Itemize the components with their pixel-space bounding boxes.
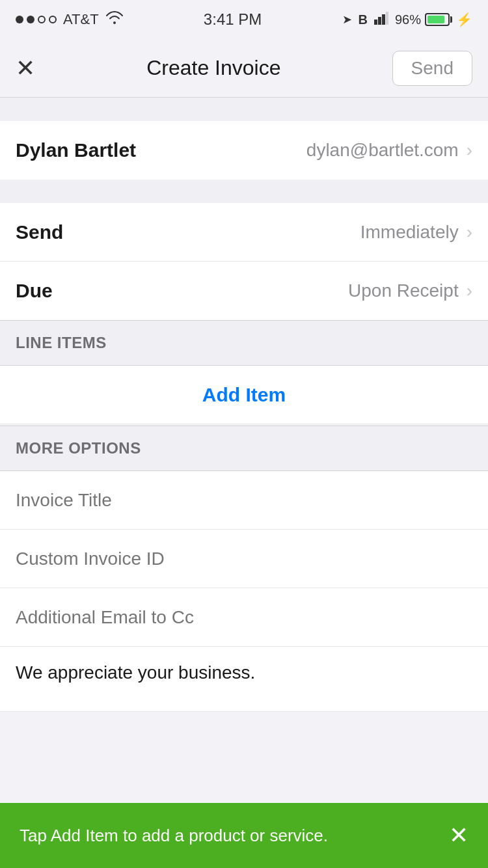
battery-fill (427, 16, 444, 23)
due-value-container: Upon Receipt › (348, 280, 472, 301)
recipient-chevron-icon: › (467, 140, 472, 161)
send-row[interactable]: Send Immediately › (0, 203, 488, 262)
top-section-gap (0, 98, 488, 121)
status-left: AT&T (16, 10, 124, 29)
battery-percentage: 96% (395, 12, 421, 27)
location-icon: ➤ (342, 12, 352, 27)
toast-message: Tap Add Item to add a product or service… (20, 826, 328, 846)
send-value-container: Immediately › (360, 222, 472, 243)
notes-text: We appreciate your business. (16, 662, 255, 683)
signal-dots (16, 16, 57, 23)
status-bar: AT&T 3:41 PM ➤ B 96% (0, 0, 488, 39)
signal-bars-icon (374, 12, 388, 28)
status-right: ➤ B 96% ⚡ (342, 12, 472, 28)
wifi-icon (105, 10, 124, 29)
svg-rect-1 (378, 17, 381, 25)
invoice-title-input[interactable] (16, 490, 472, 511)
close-button[interactable]: ✕ (16, 57, 35, 80)
signal-dot-4 (49, 16, 57, 23)
line-items-header: LINE ITEMS (0, 320, 488, 366)
signal-dot-2 (27, 16, 34, 23)
recipient-section: Dylan Bartlet dylan@bartlet.com › (0, 121, 488, 180)
svg-rect-3 (386, 12, 388, 25)
page-title: Create Invoice (146, 56, 280, 80)
status-time: 3:41 PM (204, 10, 262, 29)
recipient-name: Dylan Bartlet (16, 139, 136, 161)
due-label: Due (16, 280, 53, 302)
notes-row[interactable]: We appreciate your business. (0, 647, 488, 712)
recipient-row[interactable]: Dylan Bartlet dylan@bartlet.com › (0, 121, 488, 180)
battery-container: 96% (395, 12, 450, 27)
custom-id-row[interactable] (0, 530, 488, 588)
send-value: Immediately (360, 222, 459, 243)
due-chevron-icon: › (467, 280, 472, 301)
email-cc-row[interactable] (0, 588, 488, 647)
add-item-button[interactable]: Add Item (202, 384, 286, 406)
signal-dot-3 (38, 16, 46, 23)
email-cc-input[interactable] (16, 607, 472, 628)
more-options-section: We appreciate your business. (0, 471, 488, 712)
toast-close-button[interactable]: ✕ (449, 822, 468, 849)
recipient-email-container: dylan@bartlet.com › (306, 140, 472, 161)
invoice-title-row[interactable] (0, 471, 488, 530)
due-row[interactable]: Due Upon Receipt › (0, 262, 488, 320)
battery-icon (425, 13, 450, 26)
send-chevron-icon: › (467, 222, 472, 243)
svg-rect-0 (374, 20, 377, 25)
more-options-header: MORE OPTIONS (0, 426, 488, 471)
recipient-email: dylan@bartlet.com (306, 140, 459, 161)
send-button[interactable]: Send (392, 51, 472, 86)
more-options-label: MORE OPTIONS (16, 439, 141, 457)
custom-id-input[interactable] (16, 549, 472, 569)
signal-dot-1 (16, 16, 23, 23)
carrier-label: AT&T (63, 11, 99, 28)
add-item-row: Add Item (0, 366, 488, 424)
svg-rect-2 (382, 14, 385, 25)
send-due-section: Send Immediately › Due Upon Receipt › (0, 203, 488, 320)
bluetooth-icon: B (359, 12, 368, 27)
bottom-spacer (0, 712, 488, 777)
due-value: Upon Receipt (348, 280, 459, 301)
send-label: Send (16, 221, 63, 243)
line-items-label: LINE ITEMS (16, 334, 107, 352)
mid-section-gap (0, 180, 488, 203)
nav-bar: ✕ Create Invoice Send (0, 39, 488, 98)
bottom-toast: Tap Add Item to add a product or service… (0, 803, 488, 868)
charging-icon: ⚡ (456, 12, 472, 27)
